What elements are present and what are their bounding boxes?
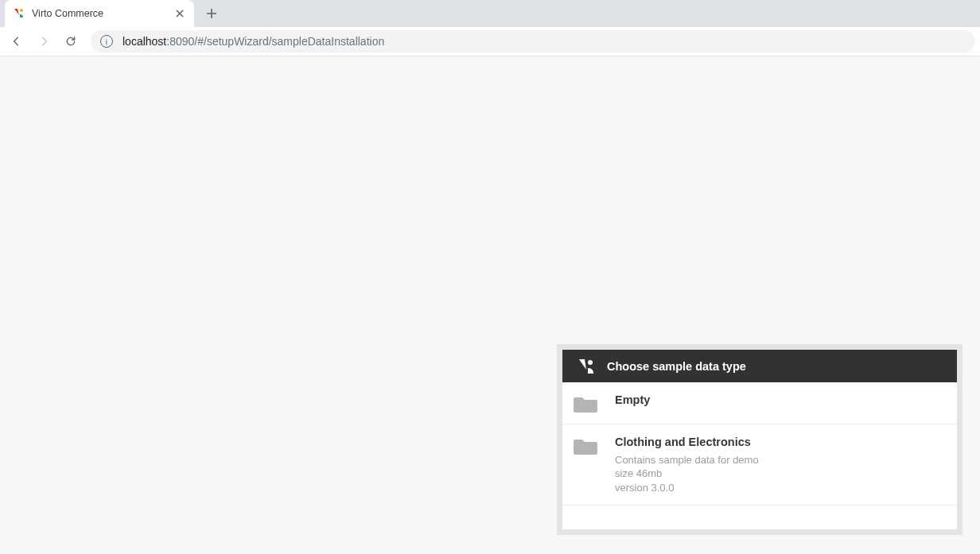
wizard-title: Choose sample data type [607, 360, 746, 373]
folder-icon [574, 436, 597, 455]
wizard-header: Choose sample data type [562, 350, 957, 382]
option-empty[interactable]: Empty [562, 382, 957, 424]
wizard-body: Empty Clothing and Electronics Contains … [562, 382, 957, 529]
svg-point-1 [588, 360, 593, 365]
forward-button[interactable] [32, 29, 56, 53]
back-button[interactable] [5, 29, 29, 53]
option-clothing-electronics[interactable]: Clothing and Electronics Contains sample… [562, 424, 957, 506]
option-title: Empty [615, 393, 944, 408]
reload-button[interactable] [59, 29, 83, 53]
browser-tab[interactable]: Virto Commerce [5, 0, 194, 27]
close-tab-button[interactable] [173, 7, 186, 20]
option-title: Clothing and Electronics [615, 435, 944, 450]
wizard-footer [562, 506, 957, 529]
option-desc-line: Contains sample data for demo [615, 453, 944, 467]
svg-point-0 [20, 9, 23, 12]
folder-icon [574, 394, 597, 413]
url-port: :8090 [166, 35, 194, 48]
option-desc-line: version 3.0.0 [615, 481, 944, 495]
sample-data-wizard: Choose sample data type Empty Clothing a… [557, 344, 962, 535]
option-desc-line: size 46mb [615, 467, 944, 481]
virto-logo-icon [577, 357, 596, 376]
new-tab-button[interactable] [200, 2, 223, 25]
browser-tab-strip: Virto Commerce [0, 0, 980, 27]
url-path: /#/setupWizard/sampleDataInstallation [194, 35, 384, 48]
browser-tab-title: Virto Commerce [32, 8, 173, 19]
virto-favicon-icon [13, 7, 25, 20]
browser-toolbar: i localhost:8090/#/setupWizard/sampleDat… [0, 27, 980, 56]
address-bar[interactable]: i localhost:8090/#/setupWizard/sampleDat… [91, 30, 975, 52]
page-content: Choose sample data type Empty Clothing a… [0, 56, 980, 554]
url-host: localhost [122, 35, 166, 48]
site-info-icon[interactable]: i [100, 35, 113, 48]
